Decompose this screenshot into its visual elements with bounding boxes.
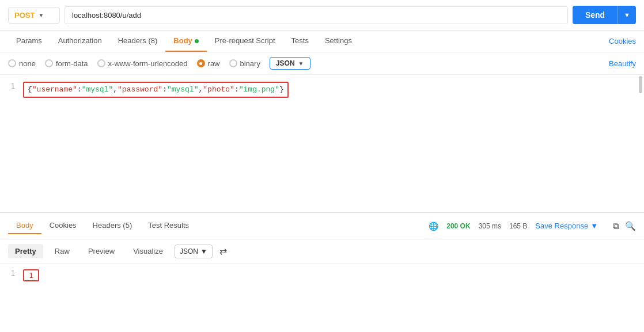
pretty-tab-preview[interactable]: Preview [81,244,122,258]
wrap-lines-icon[interactable]: ⇄ [219,246,227,257]
resp-value[interactable]: 1 [23,269,39,281]
colon-2: : [162,85,167,94]
val-password: "mysql" [167,85,199,94]
option-urlencoded[interactable]: x-www-form-urlencoded [97,59,188,68]
body-dot [195,39,199,43]
option-raw-label: raw [208,59,220,68]
open-brace: { [28,85,32,94]
colon-1: : [77,85,82,94]
resp-tab-cookies[interactable]: Cookies [41,217,85,234]
tab-authorization[interactable]: Authorization [50,30,110,52]
option-none-label: none [19,59,36,68]
json-format-label: JSON [276,59,295,67]
option-urlencoded-label: x-www-form-urlencoded [108,59,188,68]
method-chevron-icon: ▼ [38,12,44,18]
send-button-group: Send ▼ [573,6,636,24]
body-options-bar: none form-data x-www-form-urlencoded raw… [0,52,644,75]
send-dropdown-button[interactable]: ▼ [618,6,636,24]
comma-1: , [113,85,118,94]
scrollbar-thumb [639,76,642,93]
response-size: 165 B [509,222,527,230]
editor-line-1: 1 {"username":"mysql","password":"mysql"… [0,81,644,99]
top-bar: POST ▼ Send ▼ [0,0,644,30]
response-time: 305 ms [479,222,501,230]
option-form-data-label: form-data [56,59,88,68]
search-icon[interactable]: 🔍 [625,221,636,231]
resp-tab-headers[interactable]: Headers (5) [85,217,141,234]
option-raw[interactable]: raw [197,59,220,68]
resp-json-format-label: JSON [180,247,198,255]
resp-line-number-1: 1 [0,269,23,277]
option-binary-label: binary [240,59,260,68]
json-format-chevron-icon: ▼ [298,60,304,67]
pretty-tab-visualize[interactable]: Visualize [126,244,170,258]
editor-scrollbar[interactable] [638,75,643,212]
globe-icon: 🌐 [429,222,438,231]
radio-none [8,59,16,67]
radio-urlencoded [97,59,105,67]
tab-headers[interactable]: Headers (8) [110,30,166,52]
key-password: "password" [118,85,162,94]
pretty-tab-pretty[interactable]: Pretty [8,244,43,258]
radio-raw [197,59,205,67]
tab-params[interactable]: Params [8,30,50,52]
tab-pre-request-script[interactable]: Pre-request Script [207,30,283,52]
key-photo: "photo" [203,85,234,94]
send-button[interactable]: Send [573,6,618,24]
response-tabs-bar: Body Cookies Headers (5) Test Results 🌐 … [0,213,644,239]
json-format-selector[interactable]: JSON ▼ [270,57,310,70]
resp-tab-body[interactable]: Body [8,217,41,234]
val-photo: "img.png" [239,85,279,94]
line-number-1: 1 [0,82,23,90]
tab-tests[interactable]: Tests [283,30,317,52]
cookies-link[interactable]: Cookies [609,37,636,45]
pretty-bar: Pretty Raw Preview Visualize JSON ▼ ⇄ [0,239,644,264]
radio-form-data [45,59,53,67]
tab-body[interactable]: Body [165,30,207,52]
radio-binary [229,59,237,67]
url-input[interactable] [65,6,568,24]
val-username: "mysql" [82,85,113,94]
code-content[interactable]: {"username":"mysql","password":"mysql","… [23,82,289,98]
option-none[interactable]: none [8,59,36,68]
save-response-label: Save Response [535,222,588,230]
resp-line-1: 1 1 [0,268,644,283]
resp-tab-test-results[interactable]: Test Results [140,217,197,234]
option-binary[interactable]: binary [229,59,260,68]
colon-3: : [234,85,239,94]
resp-json-format-selector[interactable]: JSON ▼ [175,245,213,258]
option-form-data[interactable]: form-data [45,59,88,68]
key-username: "username" [32,85,77,94]
request-editor: 1 {"username":"mysql","password":"mysql"… [0,75,644,213]
pretty-tab-raw[interactable]: Raw [48,244,77,258]
response-status-group: 🌐 200 OK 305 ms 165 B Save Response ▼ ⧉ … [429,221,636,231]
status-code: 200 OK [446,222,470,230]
response-action-icons: ⧉ 🔍 [613,221,636,231]
request-tabs-bar: Params Authorization Headers (8) Body Pr… [0,30,644,52]
method-label: POST [14,11,35,20]
response-editor: 1 1 [0,264,644,298]
tab-settings[interactable]: Settings [317,30,360,52]
method-selector[interactable]: POST ▼ [8,7,60,24]
beautify-button[interactable]: Beautify [609,59,636,68]
resp-json-chevron-icon: ▼ [200,247,207,255]
save-response-button[interactable]: Save Response ▼ [535,222,598,230]
save-response-chevron-icon: ▼ [590,222,598,230]
close-brace: } [279,85,284,94]
copy-icon[interactable]: ⧉ [613,221,619,231]
